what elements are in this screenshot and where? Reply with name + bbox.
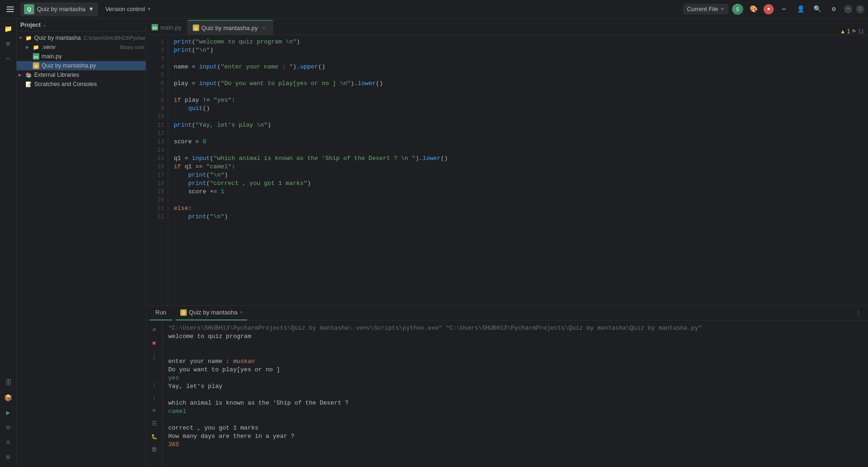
console-output: *C:\Users\SHUBH13\PycharmProjects\Quiz b…	[163, 320, 868, 467]
line-num-1: 1	[146, 38, 168, 46]
console-line-2	[168, 341, 862, 349]
console-line-cmd: *C:\Users\SHUBH13\PycharmProjects\Quiz b…	[168, 324, 862, 332]
tree-item-quiz-py[interactable]: ▶ Q Quiz by mantasha.py	[17, 61, 146, 70]
pin-icon[interactable]: ☰	[148, 418, 160, 430]
line-num-9: 9	[146, 104, 168, 113]
tab-close-quiz-py[interactable]: ×	[260, 24, 268, 31]
structure-icon[interactable]: ⊞	[2, 37, 15, 50]
line-num-20: 20	[146, 196, 168, 204]
settings-icon[interactable]: ⚙	[827, 3, 840, 16]
tree-item-scratches[interactable]: ▶ 📝 Scratches and Consoles	[17, 80, 146, 89]
tree-path-root: C:\Users\SHUBH13\PycharmProjects\Quiz by…	[84, 35, 146, 41]
tab-run[interactable]: Run	[150, 306, 172, 320]
project-selector[interactable]: Q Quiz by mantasha ▼	[20, 2, 98, 16]
plugins-icon[interactable]: ⚙	[2, 450, 15, 463]
hamburger-menu-icon[interactable]	[4, 3, 17, 16]
tree-label-main-py: main.py	[42, 53, 144, 60]
console-line-13: How many days are there in a year ?	[168, 432, 862, 441]
code-editor[interactable]: 1 2 3 4 5 6 7 8 9 10 11 12 13 14 15 16 1…	[146, 35, 868, 305]
theme-toggle-btn[interactable]: 🎨	[747, 3, 760, 16]
debug-icon[interactable]: 🐛	[148, 430, 160, 442]
bottom-content: ↺ ■ ⋮ ↑ ↓ ≡ ☰ 🐛 🗑 *C:\Users\SHUBH13\Pych…	[146, 320, 868, 467]
tree-label-venv: .venv	[42, 44, 117, 50]
code-line-12	[174, 129, 862, 138]
code-line-7	[174, 88, 862, 96]
project-view-icon[interactable]: 📁	[2, 22, 15, 35]
line-num-16: 16	[146, 163, 168, 171]
tab-quiz-run[interactable]: Q Quiz by mantasha ×	[176, 306, 247, 320]
tab-label-quiz-py: Quiz by mantasha.py	[202, 25, 258, 31]
sidebar: Project ⌄ ▼ 📁 Quiz by mantasha C:\Users\…	[17, 18, 146, 467]
tab-icon-main-py: py	[152, 24, 158, 31]
search-icon[interactable]: 🔍	[811, 3, 824, 16]
maximize-button[interactable]: □	[856, 5, 864, 13]
run-stop-icon[interactable]: ■	[148, 337, 160, 349]
code-line-19: score += 1	[174, 188, 862, 196]
more-tools-icon[interactable]: ⋯	[2, 52, 15, 65]
run-options-icon[interactable]: ⋮	[148, 351, 160, 363]
code-line-21: else:	[174, 204, 862, 213]
tree-label-scratches: Scratches and Consoles	[34, 81, 144, 87]
version-control-btn[interactable]: Version control ▼	[102, 4, 155, 14]
tab-label-main-py: main.py	[160, 24, 182, 31]
error-count: ▲ 1	[840, 28, 850, 35]
console-input-camel: camel	[168, 408, 186, 415]
tree-arrow-ext: ▶	[18, 73, 25, 77]
code-line-9: quit()	[174, 104, 862, 113]
tree-item-root[interactable]: ▼ 📁 Quiz by mantasha C:\Users\SHUBH13\Py…	[17, 33, 146, 43]
folder-icon-root: 📁	[25, 34, 32, 42]
line-num-12: 12	[146, 129, 168, 138]
line-num-4: 4	[146, 63, 168, 71]
tree-item-ext-libs[interactable]: ▶ 📚 External Libraries	[17, 70, 146, 80]
scroll-down-icon[interactable]: ↓	[148, 392, 160, 404]
tab-quiz-py[interactable]: Q Quiz by mantasha.py ×	[187, 20, 273, 35]
folder-icon-venv: 📁	[32, 43, 40, 51]
tab-main-py[interactable]: py main.py	[146, 20, 187, 35]
soft-wrap-icon[interactable]: ≡	[148, 405, 160, 417]
tree-arrow-venv: ▶	[26, 45, 32, 49]
version-control-label: Version control	[105, 6, 145, 12]
line-num-17: 17	[146, 171, 168, 179]
version-icon[interactable]: ⊙	[2, 436, 15, 449]
line-num-11: 11	[146, 121, 168, 129]
main-area: 📁 ⊞ ⋯ 🗄 📦 ▶ ⊡ ⊙ ⚙ Project ⌄ ▼ 📁 Quiz by …	[0, 18, 868, 467]
code-content[interactable]: print("welcome to quiz program \n") prin…	[168, 35, 868, 305]
clear-icon[interactable]: 🗑	[148, 443, 160, 455]
scroll-up-icon[interactable]: ↑	[148, 379, 160, 391]
user-avatar[interactable]: S	[732, 4, 743, 15]
current-file-selector[interactable]: Current File ▼	[683, 4, 728, 14]
tab-bar-right: ▲ 1 ⚑ 11	[836, 28, 868, 35]
project-chevron-icon: ▼	[88, 6, 94, 12]
quiz-icon-tree: Q	[32, 62, 40, 69]
more-options-icon[interactable]: ⋯	[777, 3, 790, 16]
tree-item-main-py[interactable]: ▶ py main.py	[17, 52, 146, 61]
console-line-1: welcome to quiz program	[168, 332, 862, 341]
profile-icon[interactable]: 👤	[794, 3, 807, 16]
console-line-9: which animal is known as the 'Ship of th…	[168, 399, 862, 407]
sidebar-title: Project	[20, 21, 41, 28]
console-input-yes: yes	[168, 375, 179, 381]
run-restart-icon[interactable]: ↺	[148, 323, 160, 335]
console-line-7: Yay, let's play	[168, 382, 862, 391]
run-debug-icon[interactable]: ▶	[2, 406, 15, 419]
tab-bar: py main.py Q Quiz by mantasha.py × ▲ 1 ⚑…	[146, 18, 868, 35]
run-tab-quiz-close-icon[interactable]: ×	[240, 310, 243, 315]
line-num-19: 19	[146, 188, 168, 196]
tree-item-venv[interactable]: ▶ 📁 .venv library root	[17, 43, 146, 52]
bottom-tab-right: ⋮	[852, 307, 864, 319]
code-line-14	[174, 146, 862, 154]
run-tab-label: Run	[155, 309, 166, 316]
run-more-options-icon[interactable]: ⋮	[852, 307, 864, 319]
database-icon[interactable]: 🗄	[2, 376, 15, 389]
minimize-button[interactable]: −	[844, 5, 852, 13]
terminal-icon[interactable]: ⊡	[2, 421, 15, 434]
run-indicator: ■	[764, 4, 774, 14]
sidebar-content: ▼ 📁 Quiz by mantasha C:\Users\SHUBH13\Py…	[17, 31, 146, 467]
code-line-5	[174, 71, 862, 80]
line-num-22: 22	[146, 213, 168, 221]
package-icon[interactable]: 📦	[2, 391, 15, 404]
code-line-16: if q1 == "camel":	[174, 163, 862, 171]
tab-icon-quiz-py: Q	[193, 25, 199, 31]
console-line-12: correct , you got 1 marks	[168, 424, 862, 432]
line-num-2: 2	[146, 46, 168, 55]
